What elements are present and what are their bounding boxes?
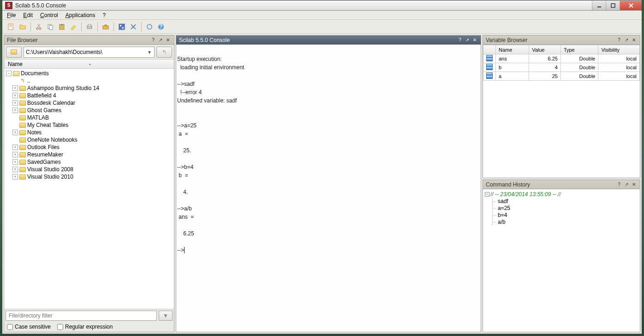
expand-icon[interactable]: + xyxy=(12,93,18,98)
tree-item-label: Visual Studio 2010 xyxy=(27,174,73,180)
folder-icon xyxy=(19,85,26,91)
demos-icon[interactable] xyxy=(144,22,155,32)
history-session[interactable]: − // -- 23/04/2014 13:55:09 -- // xyxy=(485,191,638,198)
visibility-column[interactable]: Visibility xyxy=(598,45,640,54)
history-item[interactable]: sadf xyxy=(485,198,638,204)
history-item[interactable]: b=4 xyxy=(485,211,638,218)
tree-item[interactable]: My Cheat Tables xyxy=(4,121,174,129)
file-list-header[interactable]: Name ▴ xyxy=(4,60,174,69)
case-sensitive-check[interactable]: Case sensitive xyxy=(7,324,51,330)
xcos-icon[interactable] xyxy=(117,22,127,32)
help-panel-icon[interactable]: ? xyxy=(616,37,622,43)
help-panel-icon[interactable]: ? xyxy=(457,37,463,43)
expand-icon[interactable]: + xyxy=(12,100,18,106)
tree-item-label: MATLAB xyxy=(27,114,49,121)
path-combo[interactable]: C:\Users\Vaishakh\Documents\ ▾ xyxy=(24,47,155,58)
variable-row[interactable]: ans6.25Doublelocal xyxy=(483,54,640,63)
expand-icon[interactable]: + xyxy=(12,108,18,113)
variable-row[interactable]: b4Doublelocal xyxy=(483,63,640,72)
command-history-body[interactable]: − // -- 23/04/2014 13:55:09 -- // sadfa=… xyxy=(483,189,640,332)
preferences-icon[interactable] xyxy=(128,22,138,32)
menu-help[interactable]: ? xyxy=(100,11,108,19)
tree-item[interactable]: +SavedGames xyxy=(4,158,174,166)
variable-visibility: local xyxy=(598,54,640,63)
collapse-icon[interactable]: − xyxy=(485,192,489,197)
menu-control[interactable]: Control xyxy=(37,11,61,19)
minimize-button[interactable] xyxy=(592,1,606,10)
tree-item[interactable]: +Outlook Files xyxy=(4,144,174,151)
menu-edit[interactable]: Edit xyxy=(20,11,36,19)
close-panel-icon[interactable]: ✕ xyxy=(165,37,171,43)
undock-icon[interactable]: ↗ xyxy=(623,181,630,188)
file-browser-header[interactable]: File Browser ? ↗ ✕ xyxy=(4,36,174,45)
paste-icon[interactable] xyxy=(57,22,67,32)
expand-icon[interactable]: + xyxy=(12,159,18,165)
filter-input[interactable] xyxy=(6,311,157,321)
variable-table: Name Value Type Visibility ans6.25Double… xyxy=(483,45,640,81)
tree-root[interactable]: − Documents xyxy=(4,70,174,77)
expand-icon[interactable]: + xyxy=(12,85,18,91)
close-panel-icon[interactable]: ✕ xyxy=(471,37,478,43)
history-item[interactable]: a=25 xyxy=(485,204,638,211)
variable-browser-header[interactable]: Variable Browser ? ↗ ✕ xyxy=(483,36,640,45)
tree-item[interactable]: +Bossdesk Calendar xyxy=(4,99,174,107)
undock-icon[interactable]: ↗ xyxy=(157,37,164,43)
chevron-down-icon[interactable]: ▾ xyxy=(146,49,153,55)
close-button[interactable] xyxy=(620,1,642,10)
name-column[interactable]: Name xyxy=(496,45,529,54)
tree-item-label: ResumeMaker xyxy=(27,151,63,158)
help-panel-icon[interactable]: ? xyxy=(616,181,622,188)
menu-file[interactable]: File xyxy=(4,11,18,19)
help-icon[interactable]: ? xyxy=(156,22,166,32)
funnel-icon: ▼ xyxy=(163,312,168,319)
variable-browser-body[interactable]: Name Value Type Visibility ans6.25Double… xyxy=(483,45,640,178)
history-item[interactable]: a/b xyxy=(485,218,638,225)
clear-console-icon[interactable] xyxy=(68,22,78,32)
expand-icon[interactable]: + xyxy=(12,174,18,180)
tree-item[interactable]: +Ashampoo Burning Studio 14 xyxy=(4,84,174,92)
tree-item[interactable]: MATLAB xyxy=(4,114,174,121)
regex-checkbox[interactable] xyxy=(57,324,63,330)
tree-item[interactable]: OneNote Notebooks xyxy=(4,136,174,144)
console-header[interactable]: Scilab 5.5.0 Console ? ↗ ✕ xyxy=(176,36,481,45)
file-tree[interactable]: − Documents ↰..+Ashampoo Burning Studio … xyxy=(4,69,174,309)
case-sensitive-checkbox[interactable] xyxy=(7,324,13,330)
console-body[interactable]: Startup execution: loading initial envir… xyxy=(176,45,481,332)
open-file-icon[interactable] xyxy=(18,22,28,32)
tree-item[interactable]: +Visual Studio 2010 xyxy=(4,173,174,180)
cut-icon[interactable] xyxy=(34,22,44,32)
help-panel-icon[interactable]: ? xyxy=(150,37,156,43)
tree-item[interactable]: +Battlefield 4 xyxy=(4,92,174,99)
expand-icon[interactable]: + xyxy=(12,130,18,135)
toolbox-icon[interactable] xyxy=(101,22,111,32)
close-panel-icon[interactable]: ✕ xyxy=(631,37,637,43)
filter-button[interactable]: ▼ xyxy=(159,311,173,321)
expand-icon[interactable]: + xyxy=(12,144,18,150)
regex-check[interactable]: Regular expression xyxy=(57,324,113,330)
expand-icon[interactable]: + xyxy=(12,167,18,172)
titlebar[interactable]: S Scilab 5.5.0 Console xyxy=(2,0,642,11)
variable-row[interactable]: a25Doublelocal xyxy=(483,72,640,81)
collapse-icon[interactable]: − xyxy=(6,71,12,76)
type-column[interactable]: Type xyxy=(561,45,598,54)
close-panel-icon[interactable]: ✕ xyxy=(631,181,637,188)
undock-icon[interactable]: ↗ xyxy=(464,37,471,43)
expand-icon[interactable]: + xyxy=(12,152,18,157)
undock-icon[interactable]: ↗ xyxy=(623,37,630,43)
tree-item[interactable]: +Notes xyxy=(4,129,174,136)
maximize-button[interactable] xyxy=(606,1,620,10)
tree-item[interactable]: +Ghost Games xyxy=(4,107,174,114)
open-folder-button[interactable] xyxy=(6,47,22,58)
print-icon[interactable] xyxy=(84,22,95,32)
tree-item[interactable]: +Visual Studio 2008 xyxy=(4,166,174,173)
up-folder-button[interactable]: ↰ xyxy=(156,47,172,58)
tree-item[interactable]: +ResumeMaker xyxy=(4,151,174,158)
launch-scinotes-icon[interactable] xyxy=(6,22,16,32)
tree-item[interactable]: ↰.. xyxy=(4,77,174,84)
icon-column[interactable] xyxy=(483,45,496,54)
console-title: Scilab 5.5.0 Console xyxy=(179,37,457,43)
copy-icon[interactable] xyxy=(45,22,55,32)
command-history-header[interactable]: Command History ? ↗ ✕ xyxy=(483,180,640,189)
menu-applications[interactable]: Applications xyxy=(63,11,98,19)
value-column[interactable]: Value xyxy=(529,45,561,54)
